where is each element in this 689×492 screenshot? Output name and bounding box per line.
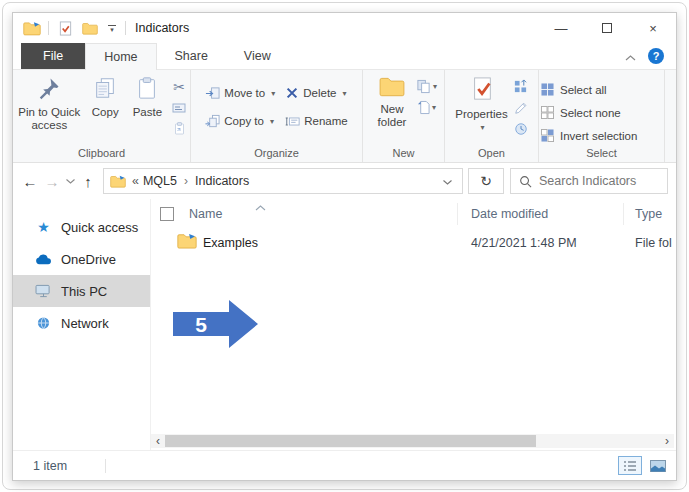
new-folder-icon: [379, 76, 405, 100]
ribbon-group-clipboard: Pin to Quick access Copy Paste ✂: [13, 70, 191, 162]
recent-locations-chevron-icon[interactable]: [63, 179, 77, 184]
address-bar: ← → ↑ « MQL5 › Indicators ↻: [13, 163, 676, 199]
file-type: File fol: [635, 236, 672, 250]
sidebar-item-label: OneDrive: [61, 252, 116, 267]
address-dropdown-chevron-icon[interactable]: [443, 174, 456, 188]
move-to-label: Move to: [224, 87, 265, 99]
paste-label: Paste: [133, 106, 162, 119]
sidebar-item-onedrive[interactable]: OneDrive: [13, 243, 150, 275]
copy-to-button[interactable]: Copy to ▾: [205, 111, 275, 131]
tab-share[interactable]: Share: [157, 43, 226, 69]
breadcrumb-separator-icon[interactable]: ›: [184, 174, 188, 188]
scrollbar-thumb[interactable]: [165, 435, 536, 447]
refresh-button[interactable]: ↻: [468, 168, 504, 194]
scroll-left-arrow[interactable]: ‹: [151, 434, 165, 448]
tab-view[interactable]: View: [226, 43, 289, 69]
qat-customize-icon[interactable]: ▾: [106, 19, 118, 37]
ribbon: Pin to Quick access Copy Paste ✂: [13, 70, 676, 163]
qat-new-folder-icon[interactable]: [81, 19, 99, 37]
group-label-select: Select: [541, 146, 662, 162]
large-icons-view-button[interactable]: [646, 456, 670, 475]
scroll-right-arrow[interactable]: ›: [660, 434, 674, 448]
delete-label: Delete: [303, 87, 336, 99]
address-box[interactable]: « MQL5 › Indicators: [103, 168, 463, 194]
ribbon-group-select: Select all Select none Invert selection …: [539, 70, 665, 162]
ribbon-group-new: New folder ▾ ▾ New: [363, 70, 445, 162]
close-button[interactable]: ×: [630, 13, 676, 43]
copy-icon: [93, 76, 117, 103]
annotation-arrow: 5: [173, 299, 259, 349]
select-all-checkbox[interactable]: [160, 207, 174, 221]
paste-button[interactable]: Paste: [127, 73, 168, 119]
up-button[interactable]: ↑: [77, 173, 99, 190]
copy-to-dropdown-icon: ▾: [270, 117, 274, 126]
column-header-date-modified[interactable]: Date modified: [471, 207, 548, 221]
back-button[interactable]: ←: [19, 173, 41, 190]
invert-selection-button[interactable]: Invert selection: [541, 125, 637, 146]
breadcrumb-indicators[interactable]: Indicators: [195, 174, 249, 188]
new-item-dropdown-icon: ▾: [432, 103, 436, 112]
breadcrumb-mql5[interactable]: MQL5: [143, 174, 177, 188]
cut-button[interactable]: ✂: [170, 78, 188, 95]
scissors-icon: ✂: [173, 79, 185, 95]
status-bar: 1 item: [13, 450, 676, 480]
copy-to-label: Copy to: [224, 115, 264, 127]
scrollbar-track[interactable]: [165, 434, 660, 448]
pin-to-quick-access-button[interactable]: Pin to Quick access: [15, 73, 84, 132]
file-row-examples[interactable]: Examples 4/21/2021 1:48 PM File fol: [151, 229, 676, 257]
column-separator[interactable]: [457, 203, 458, 225]
qat-properties-icon[interactable]: [56, 19, 74, 37]
select-none-icon: [541, 106, 554, 119]
forward-button[interactable]: →: [41, 173, 63, 190]
item-count: 1 item: [33, 459, 67, 473]
ribbon-group-open: Properties ▾ Open: [445, 70, 539, 162]
sort-ascending-icon[interactable]: [255, 200, 266, 214]
copy-path-button[interactable]: [170, 99, 188, 116]
properties-button[interactable]: Properties ▾: [454, 73, 510, 134]
edit-icon: [514, 101, 528, 115]
minimize-button[interactable]: —: [538, 13, 584, 43]
annotation-step-number: 5: [173, 313, 229, 337]
column-header-type[interactable]: Type: [635, 207, 662, 221]
new-folder-button[interactable]: New folder: [370, 73, 414, 129]
rename-button[interactable]: Rename: [285, 111, 347, 131]
maximize-button[interactable]: [584, 13, 630, 43]
this-pc-monitor-icon: [35, 284, 52, 298]
new-item-button[interactable]: ▾: [417, 99, 436, 116]
edit-button[interactable]: [512, 99, 530, 116]
easy-access-button[interactable]: ▾: [416, 78, 437, 95]
column-separator[interactable]: [623, 203, 624, 225]
easy-access-icon: [416, 79, 431, 94]
copy-label: Copy: [92, 106, 119, 119]
open-button[interactable]: [512, 78, 530, 95]
pin-label: Pin to Quick access: [15, 106, 84, 132]
delete-button[interactable]: Delete ▾: [285, 83, 347, 103]
sidebar-item-this-pc[interactable]: This PC: [13, 275, 150, 307]
easy-access-dropdown-icon: ▾: [433, 82, 437, 91]
column-header-name[interactable]: Name: [189, 207, 222, 221]
move-to-button[interactable]: Move to ▾: [205, 83, 275, 103]
sidebar-item-label: Quick access: [61, 220, 138, 235]
paste-shortcut-button[interactable]: [170, 120, 188, 137]
tab-home[interactable]: Home: [85, 43, 156, 70]
history-button[interactable]: [512, 120, 530, 137]
search-input[interactable]: [539, 174, 663, 188]
search-icon: [519, 175, 532, 188]
group-label-open: Open: [447, 146, 536, 162]
move-to-dropdown-icon: ▾: [271, 89, 275, 98]
address-folder-icon: [110, 175, 126, 188]
explorer-app-folder-icon: [23, 19, 41, 37]
horizontal-scrollbar[interactable]: ‹ ›: [151, 434, 674, 448]
help-button[interactable]: ?: [648, 48, 664, 64]
sidebar-item-quick-access[interactable]: ★ Quick access: [13, 211, 150, 243]
select-all-button[interactable]: Select all: [541, 79, 607, 100]
copy-to-icon: [205, 114, 220, 129]
invert-selection-icon: [541, 129, 554, 142]
details-view-button[interactable]: [618, 456, 642, 475]
sidebar-item-network[interactable]: Network: [13, 307, 150, 339]
collapse-ribbon-icon[interactable]: [625, 47, 636, 65]
breadcrumb-overflow[interactable]: «: [132, 174, 139, 188]
tab-file[interactable]: File: [21, 43, 85, 69]
select-none-button[interactable]: Select none: [541, 102, 621, 123]
copy-button[interactable]: Copy: [86, 73, 125, 119]
